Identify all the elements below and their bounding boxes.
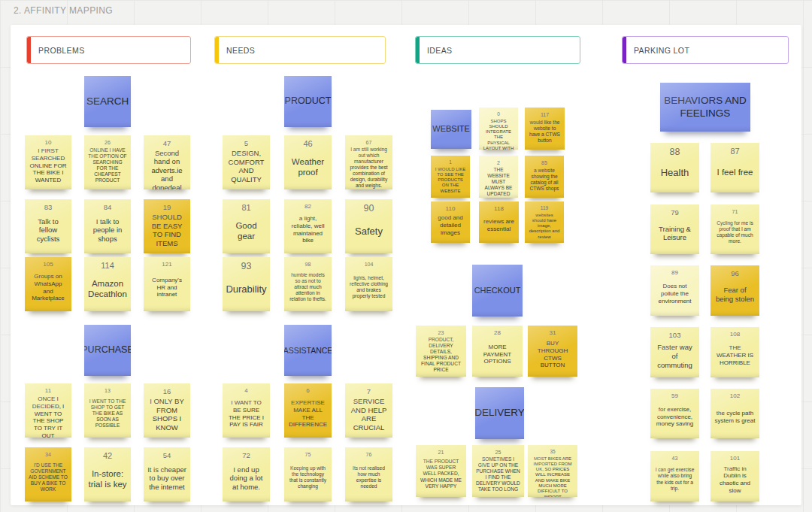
note-number: 67 <box>366 140 372 145</box>
note-text: Its not realised how much expertise is n… <box>345 457 392 501</box>
category-label: NEEDS <box>226 46 255 55</box>
sticky-note[interactable]: 59for exercise, convenience, money savin… <box>650 389 699 438</box>
sticky-note[interactable]: 105Groups on WhatsApp and Marketplace <box>25 257 71 311</box>
sticky-note[interactable]: 108THE WEATHER IS HORRIBLE <box>710 327 759 377</box>
sticky-note[interactable]: 43I can get exercise while also bring th… <box>650 451 699 501</box>
sticky-note[interactable]: 47Second hand on adverts.ie and donedeal <box>144 135 190 189</box>
note-text: I WENT TO THE SHOP TO GET THE BIKE AS SO… <box>84 393 131 438</box>
group-label-note[interactable]: PURCHASE <box>84 325 131 376</box>
sticky-note[interactable]: 71Cycling for me is proof that I am capa… <box>710 204 759 254</box>
sticky-note[interactable]: 119websites should have image, descripti… <box>525 201 564 243</box>
sticky-note[interactable]: 117would like the website to have a CTWS… <box>525 108 565 150</box>
sticky-note[interactable]: 101Traffic in Dublin is chaotic and slow <box>710 451 759 501</box>
note-number: 101 <box>730 456 740 462</box>
group-label-note[interactable]: WEBSITE <box>431 110 471 149</box>
sticky-note[interactable]: 114Amazon Decathlon <box>84 257 131 311</box>
group-label-note[interactable]: CHECKOUT <box>472 265 523 317</box>
sticky-note[interactable]: 13I WENT TO THE SHOP TO GET THE BIKE AS … <box>84 383 131 438</box>
sticky-note[interactable]: 35MOST BIKES ARE IMPORTED FROM UK, SO PR… <box>528 445 577 497</box>
sticky-note[interactable]: 79Training & Leisure <box>650 204 699 254</box>
sticky-note[interactable]: 42In-store: trial is key <box>84 447 131 501</box>
sticky-note[interactable]: 23PRODUCT, DELIVERY DETAILS, SHIPPING AN… <box>416 326 466 377</box>
category-header-problems[interactable]: PROBLEMS <box>26 36 191 64</box>
sticky-note[interactable]: 81Good gear <box>223 199 270 253</box>
sticky-note[interactable]: 93Durability <box>223 257 270 311</box>
sticky-note[interactable]: 11ONCE I DECIDED, I WENT TO THE SHOP TO … <box>25 383 71 438</box>
note-number: 76 <box>366 452 372 457</box>
note-number: 71 <box>732 209 738 214</box>
note-text: I FIRST SEARCHED ONLINE FOR THE BIKE I W… <box>25 146 71 189</box>
note-number: 31 <box>550 330 556 336</box>
note-number: 43 <box>672 456 678 461</box>
sticky-note[interactable]: 104lights, helmet, reflective clothing a… <box>345 257 392 311</box>
note-text: THE PRODUCT WAS SUPER WELL PACKED, WHICH… <box>416 455 466 497</box>
sticky-note[interactable]: 28MORE PAYMENT OPTIONS <box>472 326 523 377</box>
sticky-note[interactable]: 110good and detailed images <box>431 201 470 243</box>
sticky-note[interactable]: 82a light, reliable, well maintained bik… <box>284 199 332 253</box>
note-number: 104 <box>365 262 374 267</box>
sticky-note[interactable]: 83Talk to fellow cyclists <box>25 199 71 253</box>
note-text: reviews are essential <box>479 212 519 243</box>
sticky-note[interactable]: 121Company's HR and intranet <box>144 257 190 311</box>
sticky-note[interactable]: 5DESIGN, COMFORT AND QUALITY <box>223 135 270 189</box>
sticky-note[interactable]: 0SHOPS SHOULD INTEGRATE THE PHYSICAL LAY… <box>479 108 518 150</box>
group-label-note[interactable]: DELIVERY <box>475 387 524 439</box>
note-text: Does not pollute the environment <box>650 276 699 316</box>
category-label: IDEAS <box>427 46 453 55</box>
group-label-note[interactable]: PRODUCT <box>284 76 332 127</box>
sticky-note[interactable]: 7SERVICE AND HELP ARE CRUCIAL <box>345 383 392 438</box>
note-number: 98 <box>305 262 311 267</box>
sticky-note[interactable]: 46Weather proof <box>284 135 332 189</box>
sticky-note[interactable]: 21THE PRODUCT WAS SUPER WELL PACKED, WHI… <box>416 445 466 497</box>
sticky-note[interactable]: 84I talk to people in shops <box>84 199 131 253</box>
sticky-note[interactable]: 6EXPERTISE MAKE ALL THE DIFFERENCE <box>284 383 332 438</box>
note-number: 26 <box>105 140 111 145</box>
note-text: Cycling for me is proof that I am capabl… <box>710 214 759 254</box>
note-text: BUY THROUGH CTWS BUTTON <box>528 336 577 377</box>
sticky-note[interactable]: 54It is cheaper to buy over the internet <box>144 447 190 501</box>
sticky-note[interactable]: 96Fear of being stolen <box>710 265 759 316</box>
sticky-note[interactable]: 34I'D USE THE GOVERNMENT AID SCHEME TO B… <box>25 447 71 501</box>
note-text: WEBSITE <box>431 123 471 135</box>
sticky-note[interactable]: 85a website showing the catalog of all C… <box>525 156 564 198</box>
sticky-note[interactable]: 76Its not realised how much expertise is… <box>345 447 392 501</box>
note-text: Talk to fellow cyclists <box>25 211 71 254</box>
group-label-note[interactable]: BEHAVIORS AND FEELINGS <box>660 83 750 132</box>
board[interactable]: PROBLEMSNEEDSIDEASPARKING LOTSEARCH10I F… <box>11 25 801 505</box>
sticky-note[interactable]: 4I WANT TO BE SURE THE PRICE I PAY IS FA… <box>223 383 270 438</box>
sticky-note[interactable]: 26ONLINE I HAVE THE OPTION OF SEARCHING … <box>84 135 131 189</box>
sticky-note[interactable]: 72I end up doing a lot at home. <box>223 447 270 501</box>
sticky-note[interactable]: 102the cycle path system is great <box>710 389 759 438</box>
sticky-note[interactable]: 75Keeping up with the technology that is… <box>284 447 332 501</box>
note-number: 102 <box>730 393 740 399</box>
sticky-note[interactable]: 10I FIRST SEARCHED ONLINE FOR THE BIKE I… <box>25 135 71 189</box>
note-text: BEHAVIORS AND FEELINGS <box>660 93 750 121</box>
sticky-note[interactable]: 31BUY THROUGH CTWS BUTTON <box>528 326 577 377</box>
sticky-note[interactable]: 98humble models so as not to attract muc… <box>284 257 332 311</box>
sticky-note[interactable]: 88Health <box>650 143 699 192</box>
sticky-note[interactable]: 89Does not pollute the environment <box>650 265 699 316</box>
group-label-note[interactable]: SEARCH <box>84 76 131 127</box>
sticky-note[interactable]: 118reviews are essential <box>479 201 519 243</box>
note-number: 21 <box>438 450 444 455</box>
category-header-needs[interactable]: NEEDS <box>214 36 386 64</box>
sticky-note[interactable]: 2THE WEBSITE MUST ALWAYS BE UPDATED <box>479 156 518 198</box>
category-label: PARKING LOT <box>634 46 689 55</box>
sticky-note[interactable]: 90Safety <box>345 199 392 253</box>
note-text: THE WEATHER IS HORRIBLE <box>710 338 759 377</box>
category-header-parking-lot[interactable]: PARKING LOT <box>622 36 789 64</box>
sticky-note[interactable]: 1I WOULD LIKE TO SEE THE PRODUCTS ON THE… <box>431 156 470 198</box>
sticky-note[interactable]: 87I feel free <box>710 143 759 192</box>
note-text: MOST BIKES ARE IMPORTED FROM UK, SO PRIC… <box>528 455 577 498</box>
note-number: 16 <box>163 388 171 395</box>
group-label-note[interactable]: ASSISTANCE <box>284 325 332 376</box>
sticky-note[interactable]: 16I ONLY BY FROM SHOPS I KNOW <box>144 383 190 438</box>
sticky-note[interactable]: 103Faster way of commuting <box>650 327 699 377</box>
sticky-note[interactable]: 19SHOULD BE EASY TO FIND ITEMS <box>144 199 190 253</box>
sticky-note[interactable]: 25SOMETIMES I GIVE UP ON THE PURCHASE WH… <box>472 445 524 497</box>
whiteboard-canvas[interactable]: 2. AFFINITY MAPPING PROBLEMSNEEDSIDEASPA… <box>0 0 812 512</box>
category-header-ideas[interactable]: IDEAS <box>415 36 580 64</box>
section-title: 2. AFFINITY MAPPING <box>14 5 113 16</box>
category-accent-bar <box>416 37 420 63</box>
sticky-note[interactable]: 67I am still working out which manufactu… <box>345 135 392 189</box>
